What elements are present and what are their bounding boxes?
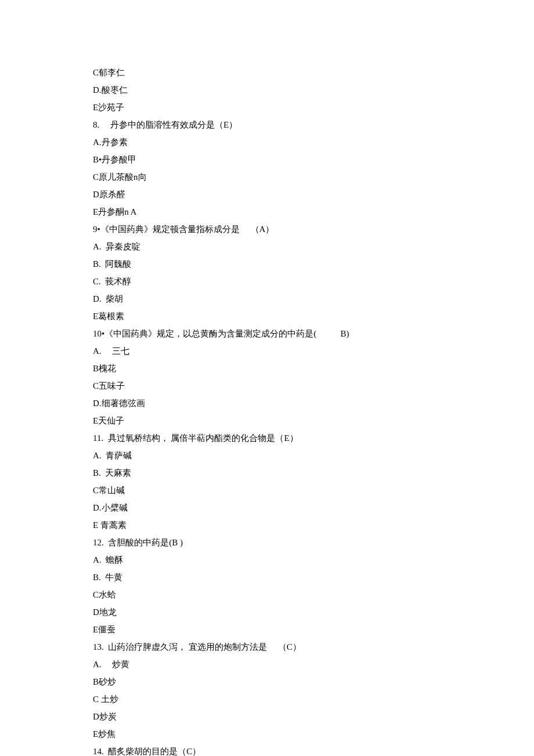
text-line: D.小檗碱 [93,499,441,516]
text-line: E炒焦 [93,725,441,743]
text-line: 14. 醋炙柴胡的目的是（C） [93,743,441,756]
text-line: C原儿茶酸n向 [93,168,441,186]
text-line: D原杀醛 [93,186,441,203]
document-content: C郁李仁D.酸枣仁E沙苑子8. 丹参中的脂溶性有效成分是（E）A.丹参素B•丹参… [93,64,441,756]
text-line: A. 异秦皮啶 [93,238,441,255]
text-line: C水蛤 [93,586,441,603]
text-line: E 青蒿素 [93,516,441,534]
text-line: B砂炒 [93,673,441,690]
text-line: A. 炒黄 [93,656,441,673]
text-line: 10•《中国药典》规定，以总黄酶为含量测定成分的中药是( B) [93,325,441,342]
text-line: E天仙子 [93,412,441,429]
text-line: D.细著德弦画 [93,395,441,412]
text-line: D. 柴胡 [93,290,441,308]
text-line: A. 青萨碱 [93,447,441,464]
text-line: 12. 含胆酸的中药是(B ) [93,534,441,551]
text-line: C五味子 [93,377,441,395]
text-line: 9•《中国药典》规定顿含量指标成分是 （A） [93,220,441,238]
text-line: E丹参酮n A [93,203,441,220]
text-line: 13. 山药治疗脾虚久泻， 宜选用的炮制方法是 （C） [93,638,441,656]
text-line: B. 牛黄 [93,569,441,586]
text-line: 11. 具过氧桥结构， 属倍半萜内酯类的化合物是（E） [93,429,441,447]
text-line: D.酸枣仁 [93,81,441,99]
text-line: C. 莪术醇 [93,273,441,290]
text-line: C郁李仁 [93,64,441,81]
text-line: 8. 丹参中的脂溶性有效成分是（E） [93,116,441,133]
text-line: B. 天麻素 [93,464,441,482]
text-line: B•丹参酸甲 [93,151,441,168]
text-line: B. 阿魏酸 [93,255,441,273]
text-line: B槐花 [93,360,441,377]
text-line: D炒炭 [93,708,441,725]
text-line: E葛根素 [93,308,441,325]
text-line: D地龙 [93,603,441,621]
text-line: E僵蚕 [93,621,441,638]
document-page: C郁李仁D.酸枣仁E沙苑子8. 丹参中的脂溶性有效成分是（E）A.丹参素B•丹参… [0,0,534,756]
text-line: E沙苑子 [93,99,441,116]
text-line: C常山碱 [93,482,441,499]
text-line: A. 蟾酥 [93,551,441,569]
text-line: A. 三七 [93,342,441,360]
text-line: A.丹参素 [93,133,441,151]
text-line: C 土炒 [93,690,441,708]
